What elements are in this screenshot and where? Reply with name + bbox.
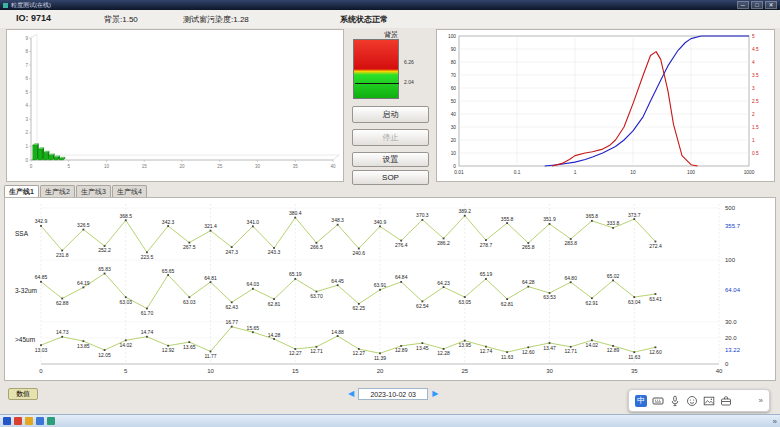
trend-point-label: 341.0 [247, 219, 260, 225]
trend-point-label: 342.3 [162, 219, 175, 225]
maximize-button[interactable]: □ [751, 1, 763, 9]
svg-text:3: 3 [752, 86, 755, 91]
svg-text:90: 90 [451, 47, 457, 52]
trend-point-label: 64.03 [247, 281, 260, 287]
app-window: 粒度测试(在线) ─ □ ✕ IO: 9714 背景:1.50 测试窗污染度:1… [0, 0, 780, 427]
svg-text:2.5: 2.5 [752, 99, 759, 104]
settings-button[interactable]: 设置 [352, 152, 429, 167]
trend-point-label: 13.03 [35, 347, 48, 353]
trend-point-label: 247.3 [225, 249, 238, 255]
app-icon [3, 3, 8, 8]
window-title: 粒度测试(在线) [11, 1, 51, 10]
prev-date-icon[interactable]: ◀ [348, 387, 354, 400]
trend-point-label: 64.81 [204, 275, 217, 281]
tab-production-line-3[interactable]: 生产线3 [76, 185, 111, 197]
svg-text:35: 35 [631, 368, 638, 374]
svg-text:3.5: 3.5 [752, 73, 759, 78]
svg-text:30: 30 [255, 164, 261, 169]
trend-point-label: 11.63 [628, 354, 640, 360]
trend-point-label: 62.88 [56, 300, 69, 306]
sop-button[interactable]: SOP [352, 170, 429, 185]
screenshot-icon[interactable] [703, 395, 715, 407]
trend-point-label: 16.77 [225, 319, 238, 325]
emoji-icon[interactable] [686, 395, 698, 407]
trend-point-label: 351.9 [543, 216, 556, 222]
trend-point-label: 13.95 [458, 342, 471, 348]
trend-point-label: 267.5 [183, 244, 196, 250]
trend-point-label: 231.8 [56, 252, 69, 258]
trend-point-label: 368.5 [119, 213, 132, 219]
trend-axis-label: 355.7 [725, 223, 741, 229]
trend-point-label: 365.8 [586, 213, 599, 219]
taskbar-app-icon-5[interactable] [47, 417, 55, 425]
mic-icon[interactable] [669, 395, 681, 407]
svg-text:1: 1 [25, 144, 28, 149]
svg-text:20: 20 [377, 368, 384, 374]
status-header: IO: 9714 背景:1.50 测试窗污染度:1.28 系统状态正常 [0, 10, 780, 28]
date-navigator: ◀ 2023-10-02 03 ▶ [348, 387, 438, 400]
trend-series-name: >45um [15, 336, 35, 343]
svg-text:20: 20 [451, 138, 457, 143]
ime-language-indicator[interactable]: 中 [635, 395, 647, 407]
trend-point-label: 65.19 [289, 271, 302, 277]
trend-point-label: 62.54 [416, 303, 429, 309]
keyboard-icon[interactable] [652, 395, 664, 407]
svg-text:1: 1 [574, 170, 577, 175]
svg-text:0: 0 [453, 164, 456, 169]
taskbar-overflow-icon[interactable]: » [773, 417, 777, 426]
svg-text:4.5: 4.5 [752, 47, 759, 52]
numeric-view-button[interactable]: 数值 [8, 388, 38, 400]
trend-axis-label: 0 [725, 361, 729, 367]
production-line-tabs: 生产线1 生产线2 生产线3 生产线4 [4, 185, 148, 197]
svg-text:10: 10 [104, 164, 110, 169]
start-button[interactable]: 启动 [352, 106, 429, 123]
date-display[interactable]: 2023-10-02 03 [358, 388, 428, 400]
trend-point-label: 223.5 [141, 254, 154, 260]
svg-text:40: 40 [451, 112, 457, 117]
trend-axis-label: 20.0 [725, 335, 737, 341]
svg-text:100: 100 [448, 34, 456, 39]
trend-point-label: 380.4 [289, 210, 302, 216]
svg-text:60: 60 [451, 86, 457, 91]
tab-production-line-2[interactable]: 生产线2 [40, 185, 75, 197]
close-button[interactable]: ✕ [765, 1, 777, 9]
taskbar-app-icon-4[interactable] [36, 417, 44, 425]
trend-point-label: 62.91 [586, 300, 599, 306]
trend-point-label: 340.9 [374, 219, 387, 225]
trend-point-label: 276.4 [395, 242, 408, 248]
svg-text:5: 5 [124, 368, 128, 374]
meter-tick-upper: 6.26 [404, 59, 414, 65]
stop-button[interactable]: 停止 [352, 129, 429, 146]
minimize-button[interactable]: ─ [737, 1, 749, 9]
trend-point-label: 12.89 [395, 347, 408, 353]
trend-point-label: 286.2 [437, 240, 450, 246]
background-value: 背景:1.50 [104, 14, 138, 25]
trend-point-label: 333.8 [607, 220, 620, 226]
toolbox-icon[interactable] [720, 395, 732, 407]
meter-gradient-bar [353, 39, 399, 99]
trend-point-label: 283.8 [564, 240, 577, 246]
trend-point-label: 240.6 [353, 250, 366, 256]
trend-point-label: 321.4 [204, 223, 217, 229]
control-panel: 背景 6.26 2.04 启动 停止 设置 SOP [349, 29, 433, 182]
size-distribution-chart: 01020304050607080901000.010.111010010000… [437, 30, 774, 181]
trend-point-label: 65.65 [162, 268, 175, 274]
svg-text:25: 25 [461, 368, 468, 374]
trend-point-label: 12.60 [649, 349, 662, 355]
trend-point-label: 278.7 [480, 242, 493, 248]
taskbar-app-icon-2[interactable] [14, 417, 22, 425]
size-distribution-panel: 01020304050607080901000.010.111010010000… [436, 29, 775, 182]
trend-point-label: 355.8 [501, 216, 514, 222]
svg-text:1.5: 1.5 [752, 125, 759, 130]
next-date-icon[interactable]: ▶ [432, 387, 438, 400]
trend-point-label: 64.28 [522, 279, 535, 285]
tab-production-line-1[interactable]: 生产线1 [4, 185, 39, 197]
trend-point-label: 252.2 [98, 247, 111, 253]
taskbar-app-icon-3[interactable] [25, 417, 33, 425]
taskbar-app-icon-1[interactable] [3, 417, 11, 425]
tab-production-line-4[interactable]: 生产线4 [112, 185, 147, 197]
svg-text:5: 5 [752, 34, 755, 39]
ime-expand-icon[interactable]: » [759, 396, 763, 405]
svg-text:4: 4 [752, 60, 755, 65]
svg-text:10: 10 [451, 151, 457, 156]
